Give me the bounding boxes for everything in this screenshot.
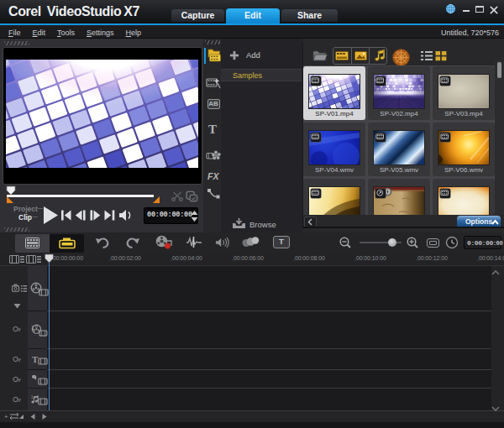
svg-text:T: T [32,354,39,364]
svg-text:+: + [4,413,8,420]
svg-text:1: 1 [31,395,34,399]
